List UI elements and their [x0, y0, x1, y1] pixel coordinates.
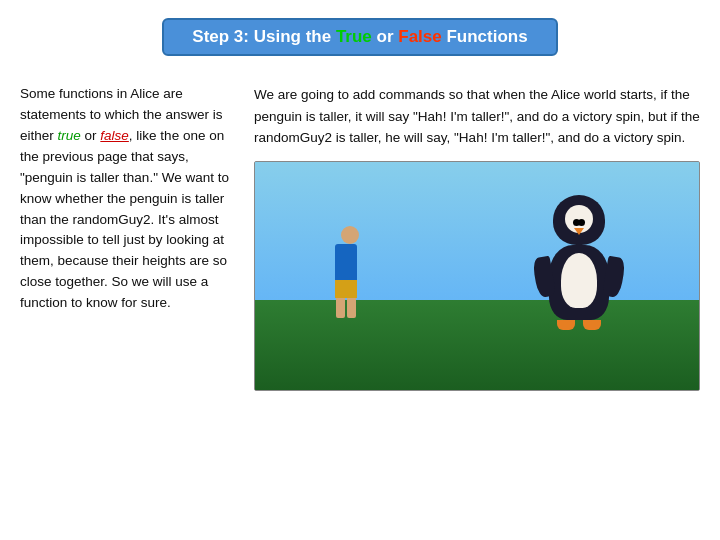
left-column: Some functions in Alice are statements t…: [20, 84, 230, 314]
human-character: [335, 226, 357, 318]
penguin-body: [549, 245, 609, 320]
human-head: [341, 226, 359, 244]
human-body: [335, 244, 357, 280]
left-paragraph: Some functions in Alice are statements t…: [20, 84, 230, 314]
false-word-inline: false: [100, 128, 129, 143]
title-middle: or: [372, 27, 398, 46]
title-false: False: [398, 27, 441, 46]
penguin-face: [565, 205, 593, 233]
penguin-beak: [574, 228, 584, 235]
right-paragraph: We are going to add commands so that whe…: [254, 84, 700, 149]
penguin-belly: [561, 253, 597, 308]
sky-bg: [255, 162, 699, 307]
ground-bg: [255, 300, 699, 390]
title-prefix: Step 3: Using the: [192, 27, 336, 46]
title-true: True: [336, 27, 372, 46]
penguin-character: [549, 195, 609, 330]
penguin-foot-left: [557, 320, 575, 330]
title-end: Functions: [442, 27, 528, 46]
human-legs: [335, 298, 357, 318]
title-box: Step 3: Using the True or False Function…: [162, 18, 557, 56]
whether-penguin-text: whether the penguin is: [55, 191, 191, 206]
true-word-inline: true: [58, 128, 81, 143]
game-screenshot: [254, 161, 700, 391]
human-shorts: [335, 280, 357, 298]
title-bar: Step 3: Using the True or False Function…: [20, 18, 700, 56]
penguin-feet: [549, 320, 609, 330]
penguin-head: [553, 195, 605, 245]
penguin-eye-right: [578, 219, 585, 226]
human-leg-right: [347, 298, 356, 318]
human-leg-left: [336, 298, 345, 318]
content-area: Some functions in Alice are statements t…: [20, 84, 700, 391]
penguin-foot-right: [583, 320, 601, 330]
right-column: We are going to add commands so that whe…: [254, 84, 700, 391]
page-title: Step 3: Using the True or False Function…: [192, 27, 527, 46]
